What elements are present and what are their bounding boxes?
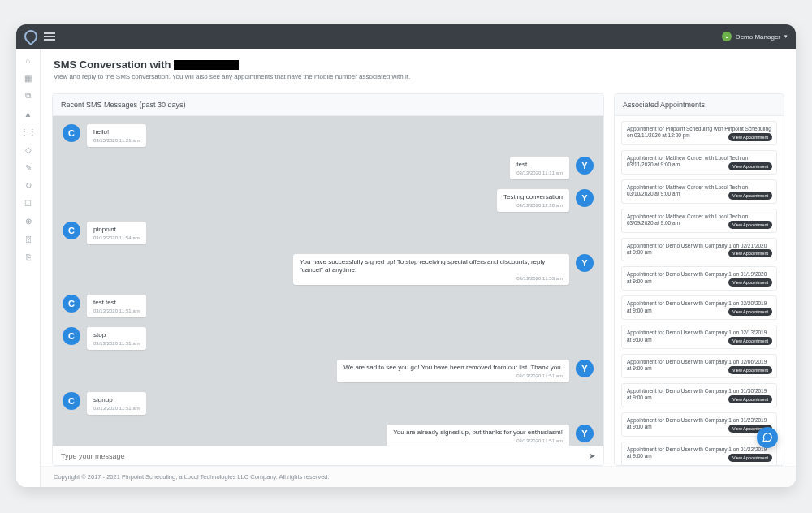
nav-rail-icon-6[interactable]: ✎	[24, 162, 33, 172]
chat-bubble-icon	[762, 432, 773, 443]
appointment-card: Appointment for Pinpoint Scheduling with…	[621, 121, 777, 145]
message-row: test03/13/2020 11:11 amY	[63, 157, 594, 179]
message-row: You are already signed up, but thanks fo…	[63, 425, 594, 446]
appointment-card: Appointment for Demo User with Company 1…	[621, 383, 777, 407]
message-timestamp: 03/13/2020 12:30 am	[503, 203, 563, 208]
nav-rail-icon-3[interactable]: ▲	[24, 109, 33, 119]
avatar-contact-icon: C	[63, 295, 80, 313]
avatar-contact-icon: C	[63, 392, 80, 410]
message-bubble: pinpoint03/13/2020 11:54 am	[87, 222, 146, 244]
body-row: ⌂▦⧉▲⋮⋮◇✎↻☐⊕⍰⎘ SMS Conversation with View…	[16, 49, 796, 487]
view-appointment-button[interactable]: View Appointment	[728, 192, 772, 200]
nav-rail: ⌂▦⧉▲⋮⋮◇✎↻☐⊕⍰⎘	[16, 49, 41, 487]
message-row: Csignup03/13/2020 11:51 am	[63, 392, 594, 415]
view-appointment-button[interactable]: View Appointment	[728, 133, 772, 141]
appointment-card: Appointment for Demo User with Company 1…	[621, 412, 777, 437]
message-text: test test	[93, 299, 140, 307]
avatar-you-icon: Y	[576, 189, 594, 207]
message-row: You have successfully signed up! To stop…	[63, 254, 594, 285]
avatar-you-icon: Y	[576, 360, 594, 377]
appointments-panel: Associated Appointments Appointment for …	[614, 93, 784, 466]
send-icon[interactable]: ➤	[589, 451, 595, 460]
page-title: SMS Conversation with	[54, 58, 783, 71]
conversation-header: Recent SMS Messages (past 30 days)	[53, 94, 603, 116]
message-text: test	[516, 161, 563, 169]
view-appointment-button[interactable]: View Appointment	[728, 366, 772, 374]
avatar-contact-icon: C	[63, 222, 80, 239]
message-row: Ctest test03/13/2020 11:51 am	[63, 295, 594, 317]
chevron-down-icon: ▾	[784, 33, 788, 40]
avatar-contact-icon: C	[63, 327, 80, 345]
brand-logo-icon	[22, 28, 41, 46]
message-bubble: stop03/13/2020 11:51 am	[87, 327, 146, 350]
appointment-card: Appointment for Demo User with Company 1…	[621, 266, 777, 291]
nav-rail-icon-5[interactable]: ◇	[24, 144, 33, 154]
message-timestamp: 03/13/2020 11:51 am	[343, 373, 563, 378]
nav-rail-icon-10[interactable]: ⍰	[24, 234, 33, 244]
nav-rail-icon-4[interactable]: ⋮⋮	[24, 127, 33, 136]
hamburger-menu-icon[interactable]	[44, 32, 55, 41]
message-text: You are already signed up, but thanks fo…	[393, 429, 563, 437]
message-bubble: You have successfully signed up! To stop…	[293, 254, 569, 285]
message-bubble: signup03/13/2020 11:51 am	[87, 392, 146, 415]
message-text: signup	[93, 396, 140, 404]
page-title-prefix: SMS Conversation with	[54, 58, 171, 71]
nav-rail-icon-0[interactable]: ⌂	[24, 55, 33, 65]
main-area: SMS Conversation with View and reply to …	[41, 49, 796, 487]
appointment-card: Appointment for Matthew Corder with Loco…	[621, 150, 777, 175]
nav-rail-icon-8[interactable]: ☐	[24, 198, 33, 208]
message-timestamp: 03/13/2020 11:53 am	[300, 276, 563, 281]
view-appointment-button[interactable]: View Appointment	[728, 454, 772, 462]
redacted-phone-number	[174, 60, 239, 70]
message-text: stop	[93, 331, 140, 339]
nav-rail-icon-2[interactable]: ⧉	[24, 91, 33, 101]
appointments-header: Associated Appointments	[615, 94, 784, 116]
view-appointment-button[interactable]: View Appointment	[728, 337, 772, 345]
conversation-scroll-area[interactable]: Chello!03/15/2020 11:21 amtest03/13/2020…	[53, 116, 603, 446]
message-timestamp: 03/13/2020 11:51 am	[93, 406, 140, 411]
content-row: Recent SMS Messages (past 30 days) Chell…	[41, 87, 796, 466]
message-bubble: test03/13/2020 11:11 am	[510, 157, 569, 179]
message-composer: ➤	[53, 446, 603, 465]
message-row: Cstop03/13/2020 11:51 am	[63, 327, 594, 350]
message-text: You have successfully signed up! To stop…	[300, 258, 563, 274]
message-timestamp: 03/13/2020 11:51 am	[93, 308, 140, 313]
message-text: pinpoint	[93, 226, 140, 234]
nav-rail-icon-9[interactable]: ⊕	[24, 216, 33, 226]
topbar: • Demo Manager ▾	[16, 24, 796, 49]
appointment-card: Appointment for Matthew Corder with Loco…	[621, 179, 777, 204]
user-avatar-icon: •	[722, 32, 732, 41]
message-timestamp: 03/15/2020 11:21 am	[93, 138, 140, 143]
view-appointment-button[interactable]: View Appointment	[728, 162, 772, 170]
appointment-card: Appointment for Demo User with Company 1…	[621, 238, 777, 262]
app-frame: • Demo Manager ▾ ⌂▦⧉▲⋮⋮◇✎↻☐⊕⍰⎘ SMS Conve…	[16, 24, 796, 487]
user-name-label: Demo Manager	[736, 33, 780, 41]
appointments-scroll-area[interactable]: Appointment for Pinpoint Scheduling with…	[615, 116, 784, 465]
appointment-card: Appointment for Demo User with Company 1…	[621, 325, 777, 349]
message-row: Chello!03/15/2020 11:21 am	[63, 124, 594, 147]
nav-rail-icon-7[interactable]: ↻	[24, 180, 33, 190]
message-timestamp: 03/13/2020 11:51 am	[393, 438, 563, 443]
avatar-you-icon: Y	[576, 425, 594, 442]
appointment-card: Appointment for Demo User with Company 1…	[621, 354, 777, 378]
user-menu[interactable]: • Demo Manager ▾	[722, 32, 788, 41]
help-chat-button[interactable]	[757, 427, 778, 448]
message-bubble: test test03/13/2020 11:51 am	[87, 295, 146, 317]
message-timestamp: 03/13/2020 11:54 am	[93, 235, 140, 240]
view-appointment-button[interactable]: View Appointment	[728, 278, 772, 287]
nav-rail-icon-1[interactable]: ▦	[24, 73, 33, 83]
avatar-you-icon: Y	[576, 157, 594, 175]
message-bubble: We are sad to see you go! You have been …	[337, 360, 569, 382]
message-input[interactable]	[61, 452, 589, 460]
message-text: We are sad to see you go! You have been …	[343, 364, 563, 372]
appointment-card: Appointment for Demo User with Company 1…	[621, 295, 777, 320]
nav-rail-icon-11[interactable]: ⎘	[24, 252, 33, 261]
view-appointment-button[interactable]: View Appointment	[728, 221, 772, 229]
page-subtitle: View and reply to the SMS conversation. …	[54, 73, 783, 80]
appointment-card: Appointment for Demo User with Company 1…	[621, 442, 777, 465]
message-row: Testing conversation03/13/2020 12:30 amY	[63, 189, 594, 212]
view-appointment-button[interactable]: View Appointment	[728, 249, 772, 257]
message-timestamp: 03/13/2020 11:11 am	[516, 170, 563, 175]
view-appointment-button[interactable]: View Appointment	[728, 308, 772, 316]
view-appointment-button[interactable]: View Appointment	[728, 395, 772, 403]
